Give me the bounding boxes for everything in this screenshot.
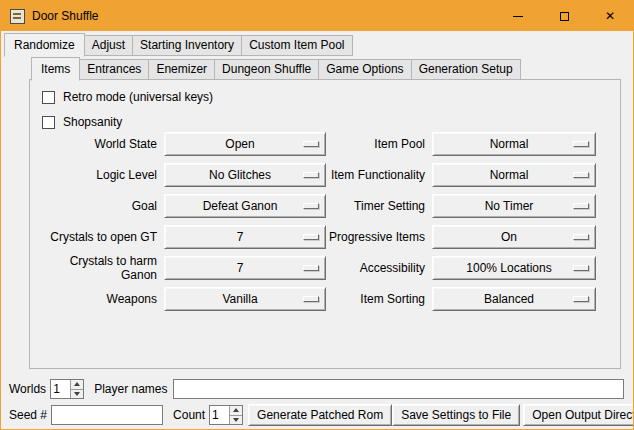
shopsanity-label: Shopsanity	[63, 115, 122, 129]
worlds-spinner[interactable]	[50, 379, 84, 399]
close-button[interactable]: ✕	[587, 1, 633, 31]
dropdown-indicator-icon	[573, 296, 589, 302]
item-sorting-value: Balanced	[433, 292, 595, 306]
generate-patched-rom-button[interactable]: Generate Patched Rom	[248, 404, 392, 426]
retro-mode-row[interactable]: Retro mode (universal keys)	[42, 89, 213, 105]
item-pool-value: Normal	[433, 137, 595, 151]
close-icon: ✕	[605, 10, 615, 22]
crystals-ganon-dropdown[interactable]: 7	[164, 256, 326, 280]
titlebar[interactable]: Door Shuffle ✕	[1, 1, 633, 31]
dropdown-indicator-icon	[573, 172, 589, 178]
worlds-spin-buttons	[70, 380, 83, 398]
item-functionality-value: Normal	[433, 168, 595, 182]
timer-setting-dropdown[interactable]: No Timer	[432, 194, 596, 218]
up-arrow-icon	[74, 382, 80, 386]
retro-mode-checkbox[interactable]	[42, 91, 55, 104]
settings-row: World State Open Item Pool Normal	[36, 132, 596, 156]
tab-entrances[interactable]: Entrances	[79, 59, 149, 80]
count-spinner[interactable]	[209, 405, 243, 425]
dropdown-indicator-icon	[303, 172, 319, 178]
crystals-gt-label: Crystals to open GT	[36, 230, 164, 244]
tab-game-options[interactable]: Game Options	[318, 59, 411, 80]
weapons-dropdown[interactable]: Vanilla	[164, 287, 326, 311]
seed-input[interactable]	[51, 405, 163, 425]
count-spin-buttons	[229, 406, 242, 424]
multiworld-row: Worlds Player names	[9, 378, 624, 400]
settings-grid: World State Open Item Pool Normal Logic …	[36, 132, 596, 318]
dropdown-indicator-icon	[303, 265, 319, 271]
spin-down-button[interactable]	[70, 389, 83, 399]
player-names-label: Player names	[94, 382, 167, 396]
dropdown-indicator-icon	[573, 203, 589, 209]
tab-randomize[interactable]: Randomize	[4, 33, 85, 57]
weapons-value: Vanilla	[165, 292, 325, 306]
shopsanity-checkbox[interactable]	[42, 116, 55, 129]
retro-mode-label: Retro mode (universal keys)	[63, 90, 213, 104]
settings-row: Goal Defeat Ganon Timer Setting No Timer	[36, 194, 596, 218]
world-state-label: World State	[36, 137, 164, 151]
tab-generation-setup[interactable]: Generation Setup	[411, 59, 521, 80]
timer-setting-value: No Timer	[433, 199, 595, 213]
randomize-tab-bar: Items Entrances Enemizer Dungeon Shuffle…	[31, 57, 521, 80]
down-arrow-icon	[74, 392, 80, 396]
spin-down-button[interactable]	[229, 415, 242, 425]
seed-label: Seed #	[9, 408, 47, 422]
worlds-input[interactable]	[51, 380, 70, 398]
main-tab-bar: Randomize Adjust Starting Inventory Cust…	[4, 33, 353, 56]
tab-starting-inventory[interactable]: Starting Inventory	[132, 35, 242, 56]
dropdown-indicator-icon	[303, 203, 319, 209]
dropdown-indicator-icon	[303, 141, 319, 147]
tab-custom-item-pool[interactable]: Custom Item Pool	[241, 35, 352, 56]
dropdown-indicator-icon	[573, 234, 589, 240]
progressive-items-dropdown[interactable]: On	[432, 225, 596, 249]
settings-row: Crystals to harm Ganon 7 Accessibility 1…	[36, 256, 596, 280]
save-settings-button[interactable]: Save Settings to File	[392, 404, 520, 426]
tab-adjust[interactable]: Adjust	[84, 35, 133, 56]
world-state-value: Open	[165, 137, 325, 151]
crystals-ganon-label: Crystals to harm Ganon	[36, 254, 164, 282]
crystals-gt-value: 7	[165, 230, 325, 244]
tab-items[interactable]: Items	[31, 57, 80, 81]
timer-setting-label: Timer Setting	[326, 199, 432, 213]
dropdown-indicator-icon	[573, 141, 589, 147]
weapons-label: Weapons	[36, 292, 164, 306]
goal-dropdown[interactable]: Defeat Ganon	[164, 194, 326, 218]
maximize-icon	[560, 12, 569, 21]
tab-dungeon-shuffle[interactable]: Dungeon Shuffle	[214, 59, 319, 80]
shopsanity-row[interactable]: Shopsanity	[42, 114, 122, 130]
app-icon	[10, 9, 25, 24]
minimize-icon	[513, 16, 523, 17]
generation-row: Seed # Count Generate Patched Rom Save S…	[9, 404, 624, 426]
count-input[interactable]	[210, 406, 229, 424]
goal-label: Goal	[36, 199, 164, 213]
door-shuffle-window: Door Shuffle ✕ Randomize Adjust Starting…	[0, 0, 634, 430]
up-arrow-icon	[233, 408, 239, 412]
window-controls: ✕	[495, 1, 633, 31]
world-state-dropdown[interactable]: Open	[164, 132, 326, 156]
down-arrow-icon	[233, 418, 239, 422]
maximize-button[interactable]	[541, 1, 587, 31]
accessibility-value: 100% Locations	[433, 261, 595, 275]
player-names-input[interactable]	[173, 379, 625, 399]
spin-up-button[interactable]	[70, 380, 83, 389]
spin-up-button[interactable]	[229, 406, 242, 415]
item-sorting-label: Item Sorting	[326, 292, 432, 306]
tab-enemizer[interactable]: Enemizer	[148, 59, 215, 80]
open-output-directory-button[interactable]: Open Output Directory	[523, 404, 634, 426]
item-pool-dropdown[interactable]: Normal	[432, 132, 596, 156]
logic-level-value: No Glitches	[165, 168, 325, 182]
item-functionality-dropdown[interactable]: Normal	[432, 163, 596, 187]
progressive-items-value: On	[433, 230, 595, 244]
items-tab-panel: Retro mode (universal keys) Shopsanity W…	[29, 79, 621, 369]
logic-level-dropdown[interactable]: No Glitches	[164, 163, 326, 187]
dropdown-indicator-icon	[303, 296, 319, 302]
minimize-button[interactable]	[495, 1, 541, 31]
accessibility-dropdown[interactable]: 100% Locations	[432, 256, 596, 280]
crystals-ganon-value: 7	[165, 261, 325, 275]
item-functionality-label: Item Functionality	[326, 168, 432, 182]
item-pool-label: Item Pool	[326, 137, 432, 151]
count-label: Count	[173, 408, 205, 422]
goal-value: Defeat Ganon	[165, 199, 325, 213]
crystals-gt-dropdown[interactable]: 7	[164, 225, 326, 249]
item-sorting-dropdown[interactable]: Balanced	[432, 287, 596, 311]
